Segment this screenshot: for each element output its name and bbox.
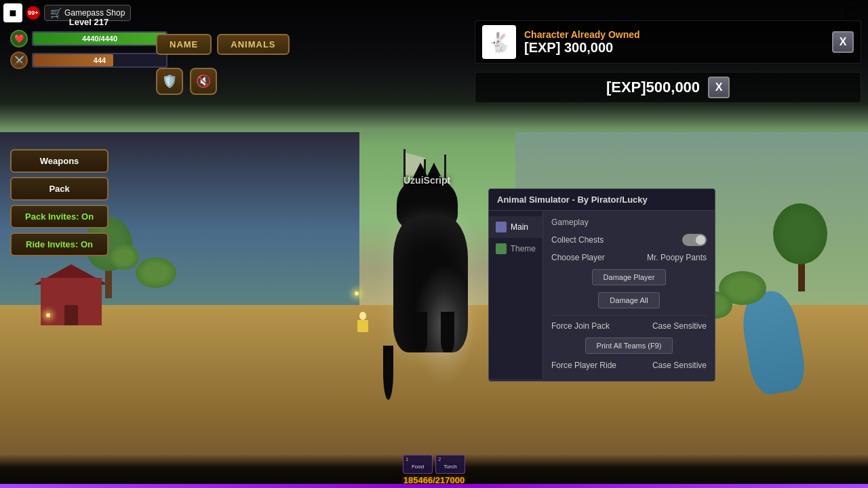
force-join-pack-label: Force Join Pack xyxy=(551,321,610,331)
char-owned-label: Character Already Owned xyxy=(524,29,824,40)
animal-leg-right xyxy=(441,312,454,352)
sound-button[interactable]: 🔇 xyxy=(190,68,217,95)
player-animal xyxy=(380,176,488,400)
option-force-player-ride: Force Player Ride Case Sensitive xyxy=(551,361,707,370)
hp-icon: ❤️ xyxy=(10,30,28,47)
hotbar-slot-2[interactable]: 2 Torch xyxy=(435,455,465,474)
animal-body xyxy=(393,217,468,352)
panel-nav: Main Theme xyxy=(489,211,543,379)
sparkle-2 xyxy=(355,291,359,296)
player-stats: Level 217 ❤️ 4440/4440 ⚔️ 444 xyxy=(10,17,167,73)
weapons-button[interactable]: Weapons xyxy=(10,149,108,173)
divider xyxy=(551,315,707,316)
bottom-hud: 1 Food 2 Torch 185466/217000 xyxy=(0,454,868,488)
panel-content: Gameplay Collect Chests Choose Player Mr… xyxy=(543,211,715,379)
gameplay-section-title: Gameplay xyxy=(551,218,707,227)
shield-button[interactable]: 🛡️ xyxy=(156,68,183,95)
exp-close-2[interactable]: X xyxy=(708,77,730,98)
bush-1 xyxy=(136,258,176,288)
hp-bar-row: ❤️ 4440/4440 xyxy=(10,30,167,47)
theme-nav-icon xyxy=(496,243,507,254)
animal-tail xyxy=(383,346,393,400)
stamina-bar: 444 xyxy=(32,53,167,68)
barn-door xyxy=(64,305,78,325)
hotbar-slot-1[interactable]: 1 Food xyxy=(403,455,433,474)
damage-all-button[interactable]: Damage All xyxy=(598,292,659,308)
char-exp-amount: [EXP] 300,000 xyxy=(524,40,824,56)
nav-main[interactable]: Main xyxy=(489,216,542,238)
collect-chests-toggle[interactable] xyxy=(682,234,707,246)
exp-row-simple: [EXP]500,000 X xyxy=(475,72,861,103)
option-damage-player: Damage Player xyxy=(551,269,707,285)
icon-buttons: 🛡️ 🔇 xyxy=(156,68,217,95)
slot-1-number: 1 xyxy=(406,456,408,462)
pack-invites-button[interactable]: Pack Invites: On xyxy=(10,205,108,228)
bush-2 xyxy=(108,244,139,270)
bottom-progress-bar xyxy=(0,484,868,488)
damage-player-button[interactable]: Damage Player xyxy=(592,269,667,285)
sidebar-buttons: Weapons Pack Pack Invites: On Ride Invit… xyxy=(10,149,108,256)
main-nav-icon xyxy=(496,222,507,232)
char-exp-row: 🐇 Character Already Owned [EXP] 300,000 … xyxy=(475,20,861,64)
action-buttons: NAME ANIMALS xyxy=(156,34,290,55)
animals-button[interactable]: ANIMALS xyxy=(217,34,289,55)
hotbar: 1 Food 2 Torch 185466/217000 xyxy=(403,455,465,485)
collect-chests-label: Collect Chests xyxy=(551,235,604,245)
option-force-join-pack: Force Join Pack Case Sensitive xyxy=(551,321,707,331)
slot-1-label: Food xyxy=(412,464,424,470)
hp-bar: 4440/4440 xyxy=(32,31,167,46)
name-button[interactable]: NAME xyxy=(156,34,212,55)
stamina-bar-row: ⚔️ 444 xyxy=(10,52,167,69)
force-player-ride-value: Case Sensitive xyxy=(652,361,707,370)
option-print-all-teams: Print All Teams (F9) xyxy=(551,338,707,354)
level-label: Level 217 xyxy=(10,17,167,27)
option-choose-player: Choose Player Mr. Poopy Pants xyxy=(551,253,707,262)
panel-body: Main Theme Gameplay Collect Chests Choos… xyxy=(489,211,715,379)
choose-player-value: Mr. Poopy Pants xyxy=(647,253,707,262)
pack-button[interactable]: Pack xyxy=(10,177,108,201)
exp-close-1[interactable]: X xyxy=(832,31,854,53)
ride-invites-button[interactable]: Ride Invites: On xyxy=(10,232,108,256)
animal-leg-left xyxy=(414,312,427,352)
choose-player-label: Choose Player xyxy=(551,253,605,262)
panel-header: Animal Simulator - By Pirator/Lucky xyxy=(489,189,715,211)
option-collect-chests: Collect Chests xyxy=(551,234,707,246)
small-figure xyxy=(356,312,370,332)
script-panel: Animal Simulator - By Pirator/Lucky Main… xyxy=(488,188,715,382)
animal-thumbnail: 🐇 xyxy=(482,25,516,59)
exp-info: Character Already Owned [EXP] 300,000 xyxy=(524,29,824,56)
slot-2-label: Torch xyxy=(443,464,457,470)
stamina-text: 444 xyxy=(94,56,106,64)
tree-right xyxy=(773,203,827,291)
slot-2-number: 2 xyxy=(438,456,441,462)
hotbar-slots: 1 Food 2 Torch xyxy=(403,455,465,474)
print-all-teams-button[interactable]: Print All Teams (F9) xyxy=(585,338,673,354)
option-damage-all: Damage All xyxy=(551,292,707,308)
uzui-script-label: UzuiScript xyxy=(403,175,450,186)
sparkle-1 xyxy=(46,313,50,317)
exp-section: 🐇 Character Already Owned [EXP] 300,000 … xyxy=(475,20,861,103)
force-player-ride-label: Force Player Ride xyxy=(551,361,616,370)
toggle-knob xyxy=(696,235,705,245)
nav-theme[interactable]: Theme xyxy=(489,238,542,260)
top-hud: ■ 99+ 🛒 Gamepass Shop Level 217 ❤️ 4440/… xyxy=(0,0,868,129)
exp-amount-label: [EXP]500,000 xyxy=(606,79,700,96)
hp-text: 4440/4440 xyxy=(82,35,117,43)
stamina-icon: ⚔️ xyxy=(10,52,28,69)
force-join-pack-value: Case Sensitive xyxy=(652,321,707,331)
